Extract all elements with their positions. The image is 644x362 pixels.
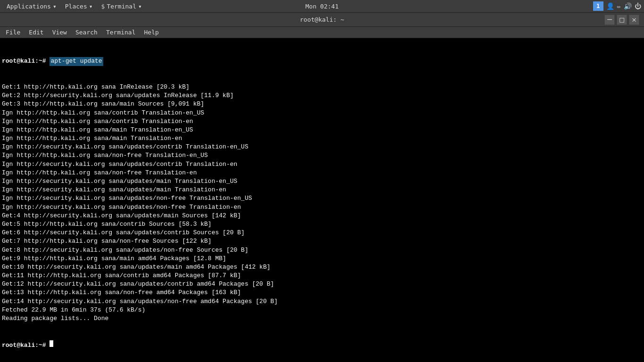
menu-help[interactable]: Help	[140, 28, 163, 37]
output-line: Get:11 http://http.kali.org sana/contrib…	[2, 272, 642, 280]
output-line: Get:7 http://http.kali.org sana/non-free…	[2, 237, 642, 246]
output-line: Get:1 http://http.kali.org sana InReleas…	[2, 83, 642, 91]
output-line: Get:8 http://security.kali.org sana/upda…	[2, 246, 642, 255]
entered-command: apt-get update	[50, 57, 103, 66]
terminal-content[interactable]: root@kali:~# apt-get update Get:1 http:/…	[0, 38, 644, 362]
output-line: Ign http://security.kali.org sana/update…	[2, 177, 642, 186]
output-line: Get:5 http://http.kali.org sana/contrib …	[2, 220, 642, 229]
menu-bar: File Edit View Search Terminal Help	[0, 27, 644, 38]
output-line: Ign http://security.kali.org sana/update…	[2, 143, 642, 151]
close-button[interactable]: ✕	[629, 15, 639, 25]
output-line: Get:13 http://http.kali.org sana/non-fre…	[2, 288, 642, 297]
menu-search[interactable]: Search	[72, 28, 101, 37]
menu-file[interactable]: File	[2, 28, 24, 37]
system-clock: Mon 02:41	[305, 3, 339, 10]
system-bar: Applications ▾ Places ▾ $ Terminal ▾ Mon…	[0, 0, 644, 13]
maximize-button[interactable]: □	[617, 15, 627, 25]
output-line: Reading package lists... Done	[2, 314, 642, 323]
output-line: Ign http://http.kali.org sana/non-free T…	[2, 169, 642, 177]
workspace-badge[interactable]: 1	[593, 1, 603, 11]
volume-icon: 🔊	[624, 2, 632, 10]
command-line: root@kali:~# apt-get update	[2, 57, 642, 66]
terminal-title: root@kali: ~	[300, 16, 344, 23]
output-line: Get:10 http://security.kali.org sana/upd…	[2, 263, 642, 272]
output-line: Ign http://security.kali.org sana/update…	[2, 203, 642, 212]
terminal-label: Terminal	[107, 3, 136, 10]
terminal-icon-dollar: $	[101, 3, 105, 10]
places-chevron-icon: ▾	[89, 3, 93, 10]
output-line: Get:6 http://security.kali.org sana/upda…	[2, 229, 642, 237]
output-line: Ign http://security.kali.org sana/update…	[2, 194, 642, 203]
terminal-window: root@kali: ~ ─ □ ✕ File Edit View Search…	[0, 13, 644, 362]
output-line: Ign http://http.kali.org sana/main Trans…	[2, 126, 642, 134]
menu-terminal[interactable]: Terminal	[102, 28, 140, 37]
current-prompt-line: root@kali:~#	[2, 340, 642, 350]
output-line: Ign http://security.kali.org sana/update…	[2, 186, 642, 194]
prompt-user: root@kali	[2, 57, 35, 66]
users-icon: 👤	[606, 2, 614, 10]
output-lines: Get:1 http://http.kali.org sana InReleas…	[2, 83, 642, 323]
output-line: Get:3 http://http.kali.org sana/main Sou…	[2, 100, 642, 108]
terminal-menu[interactable]: $ Terminal ▾	[98, 2, 146, 11]
places-label: Places	[65, 3, 87, 10]
output-line: Ign http://security.kali.org sana/update…	[2, 160, 642, 169]
applications-menu[interactable]: Applications ▾	[3, 2, 60, 11]
output-line: Get:2 http://security.kali.org sana/upda…	[2, 91, 642, 100]
power-icon[interactable]: ⏻	[635, 2, 641, 10]
menu-edit[interactable]: Edit	[25, 28, 47, 37]
output-line: Fetched 22.9 MB in 6min 37s (57.6 kB/s)	[2, 306, 642, 314]
output-line: Get:4 http://security.kali.org sana/upda…	[2, 212, 642, 220]
terminal-titlebar: root@kali: ~ ─ □ ✕	[0, 13, 644, 27]
output-line: Get:14 http://security.kali.org sana/upd…	[2, 297, 642, 306]
terminal-chevron-icon: ▾	[138, 3, 142, 10]
pencil-icon: ✏	[617, 2, 621, 10]
output-line: Ign http://http.kali.org sana/contrib Tr…	[2, 109, 642, 117]
minimize-button[interactable]: ─	[604, 15, 615, 25]
titlebar-controls: ─ □ ✕	[604, 15, 639, 25]
output-line: Ign http://http.kali.org sana/contrib Tr…	[2, 117, 642, 126]
output-line: Ign http://http.kali.org sana/non-free T…	[2, 151, 642, 160]
applications-chevron-icon: ▾	[53, 3, 57, 10]
prompt2-user: root@kali	[2, 341, 35, 350]
output-line: Get:9 http://http.kali.org sana/main amd…	[2, 255, 642, 263]
applications-label: Applications	[7, 3, 51, 10]
places-menu[interactable]: Places ▾	[61, 2, 97, 11]
menu-view[interactable]: View	[49, 28, 71, 37]
output-line: Get:12 http://security.kali.org sana/upd…	[2, 280, 642, 288]
output-line: Ign http://http.kali.org sana/main Trans…	[2, 134, 642, 143]
cursor	[50, 340, 53, 347]
